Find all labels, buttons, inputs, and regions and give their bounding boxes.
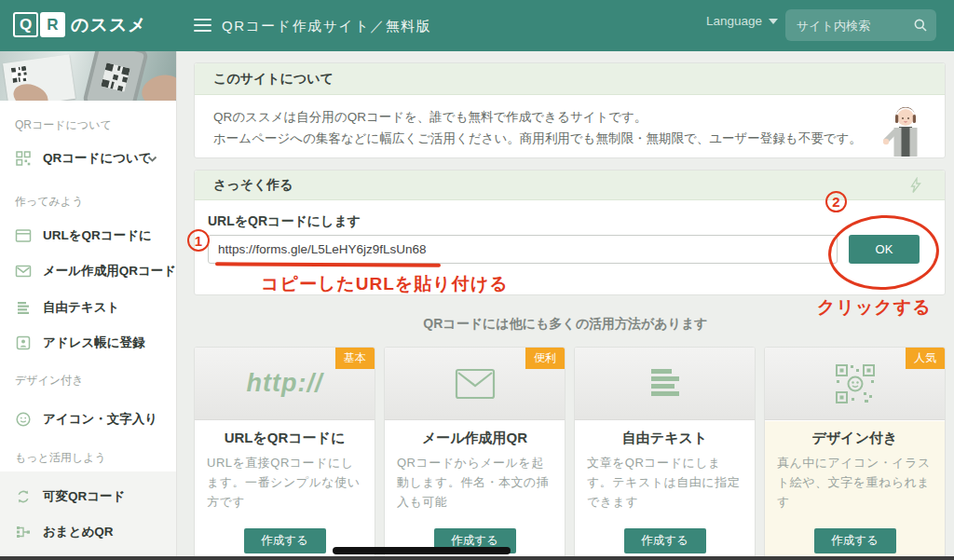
logo-text: のススメ: [71, 13, 147, 37]
sidebar-item-address-book[interactable]: アドレス帳に登録: [0, 332, 177, 356]
bottom-edge-strip: [0, 556, 954, 560]
logo-q-box: Q: [13, 12, 38, 37]
feature-card-mail: 便利 メール作成用QR QRコードからメールを起動します。件名・本文の挿入も可能…: [384, 347, 566, 560]
sidebar: QRコードについて QRコードについて 作ってみよう URLをQRコードに メー…: [0, 51, 177, 560]
card-description: QRコードからメールを起動します。件名・本文の挿入も可能: [385, 453, 565, 512]
browser-window-icon: [15, 227, 32, 244]
sidebar-item-label: 可変QRコード: [43, 488, 125, 505]
language-label: Language: [706, 14, 762, 28]
sidebar-item-label: アイコン・文字入り: [43, 411, 157, 428]
feature-card-freetext: 自由テキスト 文章をQRコードにします。テキストは自由に指定できます 作成する: [574, 347, 756, 560]
logo-r-box: R: [40, 12, 65, 37]
menu-icon[interactable]: [194, 19, 211, 32]
create-button-design[interactable]: 作成する: [814, 528, 896, 553]
quick-create-title: さっそく作る: [213, 177, 293, 194]
search-icon[interactable]: [913, 18, 928, 33]
card-description: 真ん中にアイコン・イラスト絵や、文字を重ねられます: [765, 453, 945, 512]
sidebar-section-design: デザイン付き: [15, 373, 83, 389]
click-hint-annotation: クリックする: [817, 295, 932, 320]
sidebar-item-dynamic-qr[interactable]: 可変QRコード: [0, 485, 177, 510]
card-title: デザイン付き: [765, 430, 945, 447]
caret-down-icon: [769, 19, 778, 24]
sidebar-item-url-to-qr[interactable]: URLをQRコードに: [0, 225, 177, 249]
about-card-title: このサイトについて: [213, 71, 334, 88]
sidebar-item-label: アドレス帳に登録: [43, 335, 145, 351]
sidebar-item-bundle-qr[interactable]: おまとめQR: [0, 521, 177, 545]
sidebar-item-free-text[interactable]: 自由テキスト: [0, 296, 177, 321]
badge-popular: 人気: [906, 348, 945, 369]
about-line-1: QRのススメは自分用のQRコードを、誰でも無料で作成できるサイトです。: [213, 109, 647, 126]
about-card-header: このサイトについて: [195, 63, 945, 95]
about-line-2: ホームページへの集客などに幅広くご活用ください。商用利用でも無制限・無期限で、ユ…: [213, 130, 862, 147]
sidebar-item-label: おまとめQR: [43, 524, 114, 540]
create-button-freetext[interactable]: 作成する: [624, 528, 706, 553]
url-input[interactable]: [208, 235, 838, 264]
card-title: メール作成用QR: [385, 430, 565, 447]
contact-card-icon: [15, 335, 32, 351]
sidebar-section-about: QRコードについて: [15, 117, 112, 133]
black-marker-bar: [333, 547, 511, 554]
hand-shape: [139, 71, 177, 101]
qr-photo-banner: [0, 51, 177, 101]
step-1-circle: 1: [187, 229, 210, 252]
guide-woman-illustration: [883, 104, 928, 158]
site-logo[interactable]: Q R のススメ: [13, 12, 147, 37]
about-card: このサイトについて QRのススメは自分用のQRコードを、誰でも無料で作成できるサ…: [194, 62, 946, 158]
sidebar-item-label: URLをQRコードに: [43, 227, 152, 244]
sidebar-item-qr-about[interactable]: QRコードについて: [0, 147, 177, 171]
step-2-circle: 2: [825, 191, 847, 212]
feature-card-design: 人気 デザイン付き 真ん中にアイコン・イラスト: [764, 347, 946, 560]
badge-basic: 基本: [335, 348, 375, 369]
http-icon: http://: [247, 369, 323, 398]
merge-nodes-icon: [15, 524, 32, 540]
page-title: QRコード作成サイト／無料版: [222, 18, 431, 35]
paste-hint-annotation: コピーしたURLを貼り付ける: [261, 272, 509, 296]
site-search[interactable]: [785, 9, 936, 41]
card-title: 自由テキスト: [575, 430, 755, 447]
card-description: 文章をQRコードにします。テキストは自由に指定できます: [575, 453, 755, 512]
badge-handy: 便利: [525, 348, 565, 369]
sidebar-item-label: QRコードについて: [43, 150, 152, 167]
create-button-url[interactable]: 作成する: [244, 528, 326, 553]
language-menu[interactable]: Language: [706, 14, 778, 28]
text-lines-icon: [15, 299, 32, 316]
chevron-down-icon: [147, 156, 157, 163]
feature-cards-row: 基本 http:// URLをQRコードに URLを直接QRコードにします。一番…: [194, 347, 946, 560]
smiley-icon: [15, 411, 32, 428]
sync-icon: [15, 488, 32, 505]
url-field-label: URLをQRコードにします: [208, 213, 361, 230]
phone-shape: [82, 51, 149, 101]
app-header: Q R のススメ QRコード作成サイト／無料版 Language: [0, 0, 954, 51]
qr-smiley-icon: [833, 362, 878, 406]
lightning-icon: [907, 177, 924, 194]
text-lines-icon: [646, 367, 685, 401]
feature-card-url: 基本 http:// URLをQRコードに URLを直接QRコードにします。一番…: [194, 347, 375, 560]
card-description: URLを直接QRコードにします。一番シンプルな使い方です: [195, 453, 375, 512]
sidebar-item-icon-text[interactable]: アイコン・文字入り: [0, 408, 177, 432]
sidebar-section-more: もっと活用しよう: [15, 450, 106, 466]
sidebar-section-create: 作ってみよう: [15, 194, 83, 210]
sidebar-item-label: メール作成用QRコード: [43, 263, 176, 280]
mail-icon: [454, 366, 497, 402]
search-input[interactable]: [785, 9, 906, 41]
mail-icon: [15, 263, 32, 280]
sidebar-item-label: 自由テキスト: [43, 299, 119, 316]
qr-grid-icon: [15, 150, 32, 167]
card-icon-area: [575, 348, 755, 420]
card-title: URLをQRコードに: [195, 430, 375, 447]
sidebar-item-mail-qr[interactable]: メール作成用QRコード: [0, 260, 177, 284]
